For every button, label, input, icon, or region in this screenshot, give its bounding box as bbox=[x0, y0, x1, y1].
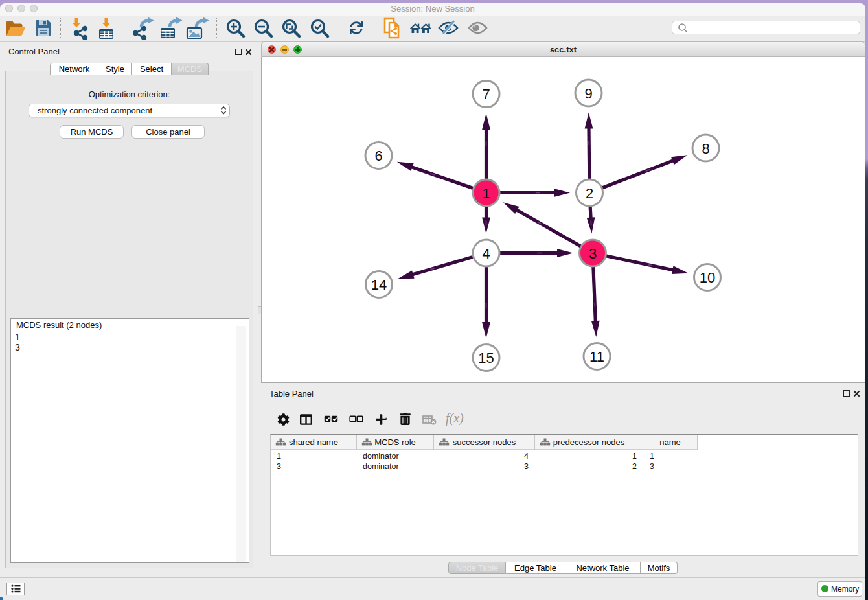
svg-text:6: 6 bbox=[374, 148, 382, 164]
svg-text:2: 2 bbox=[586, 185, 593, 202]
svg-text:9: 9 bbox=[584, 86, 592, 102]
svg-text:3: 3 bbox=[589, 246, 597, 262]
svg-text:4: 4 bbox=[482, 246, 490, 262]
svg-text:14: 14 bbox=[371, 277, 387, 293]
svg-text:15: 15 bbox=[478, 350, 494, 366]
svg-text:11: 11 bbox=[589, 349, 604, 365]
svg-text:1: 1 bbox=[482, 185, 490, 202]
svg-text:10: 10 bbox=[700, 270, 715, 286]
svg-text:8: 8 bbox=[702, 141, 709, 157]
svg-text:7: 7 bbox=[482, 86, 490, 102]
